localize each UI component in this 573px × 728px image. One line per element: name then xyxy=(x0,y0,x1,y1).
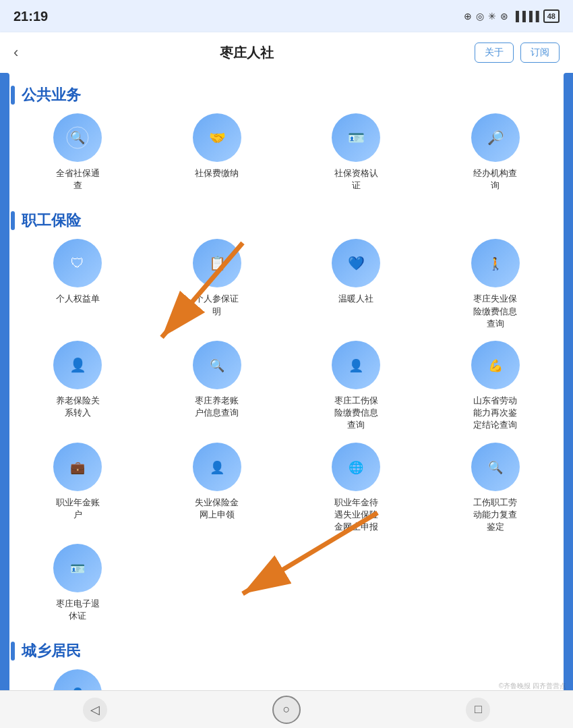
status-time: 21:19 xyxy=(13,9,48,24)
zaozhuang-unemployment-icon: 🚶 xyxy=(471,239,520,287)
watermark: ©齐鲁晚报 四齐普营点 xyxy=(499,681,566,691)
social-insurance-query-icon: 🔍 xyxy=(53,113,102,162)
svg-text:🔍: 🔍 xyxy=(488,460,504,475)
work-injury-recheck-icon: 🔍 xyxy=(471,443,520,491)
svg-text:🔍: 🔍 xyxy=(70,130,86,145)
list-item[interactable]: 👤 失业保险金网上申领 xyxy=(150,443,284,534)
bottom-nav: ◁ ○ □ xyxy=(0,690,573,728)
svg-text:🪪: 🪪 xyxy=(70,561,86,576)
battery-indicator: 48 xyxy=(543,9,560,23)
unemployment-online-icon: 👤 xyxy=(193,443,241,491)
about-button[interactable]: 关于 xyxy=(475,43,514,63)
section-indicator-public xyxy=(11,86,15,105)
list-item[interactable]: 🪪 社保资格认证 xyxy=(289,113,423,192)
recent-nav-button[interactable]: □ xyxy=(466,698,490,722)
section-employee-insurance: 职工保险 xyxy=(11,198,562,239)
labor-ability-check-icon: 💪 xyxy=(471,341,520,389)
svg-text:🛡: 🛡 xyxy=(71,256,84,271)
social-insurance-query-label: 全省社保通查 xyxy=(56,167,100,192)
section-title-public: 公共业务 xyxy=(22,85,81,105)
svg-text:💼: 💼 xyxy=(70,460,86,475)
svg-text:🪪: 🪪 xyxy=(348,130,365,146)
list-item[interactable]: 🛡 个人权益单 xyxy=(11,239,145,330)
svg-text:🔎: 🔎 xyxy=(487,130,504,146)
employee-insurance-grid: 🛡 个人权益单 📋 个人参保证明 💙 温暖人社 🚶 枣庄失业保险缴费信息查询 👤 xyxy=(11,239,562,629)
enterprise-annuity-icon: 💼 xyxy=(53,443,102,491)
zaozhuang-unemployment-label: 枣庄失业保险缴费信息查询 xyxy=(473,293,517,330)
list-item[interactable]: 🔎 经办机构查询 xyxy=(429,113,563,192)
main-content: 公共业务 🔍 全省社保通查 🤝 社保费缴纳 🪪 社保资格认证 🔎 经办机构查询 xyxy=(0,73,573,728)
nav-actions: 关于 订阅 xyxy=(475,43,560,63)
list-item[interactable]: 🤝 社保费缴纳 xyxy=(150,113,284,192)
social-qualification-label: 社保资格认证 xyxy=(334,167,378,192)
network-icon: ▐▐▐▐ xyxy=(512,11,539,22)
social-qualification-icon: 🪪 xyxy=(332,113,380,162)
annuity-unemployment-label: 职业年金待遇失业保险金网上申报 xyxy=(334,497,378,534)
work-injury-query-label: 枣庄工伤保险缴费信息查询 xyxy=(334,395,378,432)
section-title-employee: 职工保险 xyxy=(22,211,81,231)
svg-text:📋: 📋 xyxy=(208,255,225,271)
svg-text:💙: 💙 xyxy=(348,255,365,271)
unemployment-online-label: 失业保险金网上申领 xyxy=(195,497,239,521)
pension-transfer-label: 养老保险关系转入 xyxy=(56,395,100,419)
section-public-services: 公共业务 xyxy=(11,73,562,113)
svg-text:🚶: 🚶 xyxy=(488,256,504,271)
svg-text:💪: 💪 xyxy=(488,358,504,373)
retirement-cert-icon: 🪪 xyxy=(53,544,102,592)
svg-text:🔍: 🔍 xyxy=(210,358,225,373)
work-injury-recheck-label: 工伤职工劳动能力复查鉴定 xyxy=(473,497,517,534)
list-item[interactable]: 🔍 工伤职工劳动能力复查鉴定 xyxy=(429,443,563,534)
list-item[interactable]: 💙 温暖人社 xyxy=(289,239,423,330)
personal-certificate-icon: 📋 xyxy=(193,239,241,287)
signal-icon: ◎ xyxy=(476,11,484,22)
side-bar-right xyxy=(564,73,573,700)
public-services-grid: 🔍 全省社保通查 🤝 社保费缴纳 🪪 社保资格认证 🔎 经办机构查询 xyxy=(11,113,562,198)
list-item[interactable]: 💪 山东省劳动能力再次鉴定结论查询 xyxy=(429,341,563,432)
svg-text:🌐: 🌐 xyxy=(349,460,364,475)
nfc-icon: ⊕ xyxy=(464,11,472,22)
list-item[interactable]: 📋 个人参保证明 xyxy=(150,239,284,330)
back-button[interactable]: ‹ xyxy=(13,44,18,61)
pension-transfer-icon: 👤 xyxy=(53,341,102,389)
list-item[interactable]: 🔍 枣庄养老账户信息查询 xyxy=(150,341,284,432)
agency-query-label: 经办机构查询 xyxy=(473,167,517,192)
warm-social-icon: 💙 xyxy=(332,239,380,287)
social-fee-payment-icon: 🤝 xyxy=(193,113,241,162)
svg-text:👤: 👤 xyxy=(210,460,225,475)
wifi-icon: ⊛ xyxy=(500,11,508,22)
personal-rights-icon: 🛡 xyxy=(53,239,102,287)
list-item[interactable]: 👤 枣庄工伤保险缴费信息查询 xyxy=(289,341,423,432)
home-nav-button[interactable]: ○ xyxy=(272,696,301,724)
status-icons: ⊕ ◎ ✳ ⊛ ▐▐▐▐ 48 xyxy=(464,9,560,23)
list-item[interactable]: 👤 养老保险关系转入 xyxy=(11,341,145,432)
work-injury-query-icon: 👤 xyxy=(332,341,380,389)
retirement-cert-label: 枣庄电子退休证 xyxy=(56,598,100,622)
svg-text:🤝: 🤝 xyxy=(208,130,225,146)
section-indicator-employee xyxy=(11,211,15,230)
page-title: 枣庄人社 xyxy=(220,44,274,62)
list-item[interactable]: 💼 职业年金账户 xyxy=(11,443,145,534)
list-item[interactable]: 🚶 枣庄失业保险缴费信息查询 xyxy=(429,239,563,330)
warm-social-label: 温暖人社 xyxy=(338,293,373,305)
annuity-unemployment-icon: 🌐 xyxy=(332,443,380,491)
list-item[interactable]: 🌐 职业年金待遇失业保险金网上申报 xyxy=(289,443,423,534)
labor-ability-check-label: 山东省劳动能力再次鉴定结论查询 xyxy=(473,395,517,432)
section-title-rural: 城乡居民 xyxy=(22,641,81,661)
back-nav-button[interactable]: ◁ xyxy=(83,698,107,722)
svg-text:👤: 👤 xyxy=(349,358,364,373)
enterprise-annuity-label: 职业年金账户 xyxy=(56,497,100,521)
personal-rights-label: 个人权益单 xyxy=(56,293,100,305)
bluetooth-icon: ✳ xyxy=(488,11,496,22)
section-rural-urban: 城乡居民 xyxy=(11,629,562,669)
agency-query-icon: 🔎 xyxy=(471,113,520,162)
section-indicator-rural xyxy=(11,642,15,661)
pension-account-query-icon: 🔍 xyxy=(193,341,241,389)
nav-bar: ‹ 枣庄人社 关于 订阅 xyxy=(0,32,573,73)
social-fee-payment-label: 社保费缴纳 xyxy=(195,167,239,179)
status-bar: 21:19 ⊕ ◎ ✳ ⊛ ▐▐▐▐ 48 xyxy=(0,0,573,32)
list-item[interactable]: 🪪 枣庄电子退休证 xyxy=(11,544,145,622)
personal-certificate-label: 个人参保证明 xyxy=(195,293,239,317)
subscribe-button[interactable]: 订阅 xyxy=(520,43,560,63)
side-bar-left xyxy=(0,73,9,700)
list-item[interactable]: 🔍 全省社保通查 xyxy=(11,113,145,192)
